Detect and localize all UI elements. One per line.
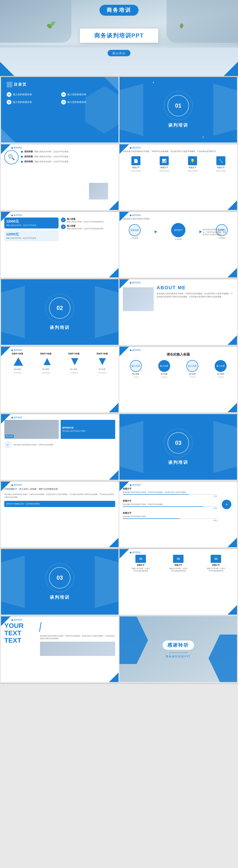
sc-circle-2: 谈判技巧 文字说明 [171,223,185,241]
se-card-2: ✉ 标题文字 请输入文字内容，点击文字可以更改您的内容 [169,555,188,572]
st-corner-tl [1,482,10,491]
toc-header: 目录页 [7,82,113,87]
slide-ratings: 谈判培训 标题文字 请在此输入该页内容的文字描述，字体等可以自由更换，无论是字体… [120,482,237,547]
cover-slide: 商务培训 商务谈判培训PPT 蓝山办公 [0,0,238,76]
se-cards: ✉ 标题文字 请输入文字内容，点击文字可以更改您的内容 ✉ 标题文字 请输入文字… [123,555,234,572]
s2-corner-br [228,200,237,210]
spc-content: 图片说明 谈判培训内容 请在此输入该页内容的文字描述 ✓ 请在此输入该页内容的文… [1,414,118,452]
st-tag-text: 谈判培训 [14,484,22,487]
sc-arrow-1 [155,230,157,233]
se-card-1: ✉ 标题文字 请输入文字内容，点击文字可以更改您的内容 [131,555,150,572]
thanks-badge: 感谢聆听 [163,641,194,650]
toc-corner-bl [1,128,15,143]
am-content: ABOUT ME 请在此输入该页内容的文字描述，字体等可以自由更换，无论是字体大… [120,279,237,314]
sec01-label: 谈判培训 [168,122,188,128]
sti-tag: 谈判培训 [130,349,141,352]
your-text-line2: TEXT [4,629,37,637]
section-03b-slide: 03 谈判培训 [1,549,118,615]
s1-items: 您的标题 请输入您的文本内容，点击文字可以更改 您的标题 请输入您的文本内容，点… [21,150,115,164]
main-title-text: 商务谈判培训PPT [94,32,144,39]
slide-circles: 谈判培训 请在此输入该页内容的文字描述 采购流程 文字说明 谈判技巧 文字说明 … [120,212,237,277]
toc-icon [7,82,12,87]
sec03b-center: 03 谈判培训 [1,549,118,615]
toc-num-1: 01 [7,92,11,97]
spc-corner-br [109,470,118,480]
main-title-card: 商务谈判培训PPT [80,29,158,43]
sc-corner-br [228,268,237,277]
slide-steps: 谈判培训 采购学习标题 采购学习标题 采购学习标题 采购学习标题 输入标题 输入… [1,347,118,412]
sn-tag: 谈判培训 [11,214,22,217]
sr-corner-br [228,538,237,547]
s2-icon-1: 📄 标题文字 内容文字说明 [131,156,141,172]
row-1: 目录页 01 输入您的标题名称 02 输入您的标题名称 03 输入您的标题名称 … [0,77,238,143]
badge-text: 商务培训 [107,7,131,14]
sec03-center: 03 谈判培训 [120,414,237,480]
row-3: 谈判培训 12000元 请输入您的文本内容，点击文字可以更改 12000元 请输… [0,212,238,277]
s1-item2-text: 请输入您的文本内容，点击文字可以更改 [34,155,69,158]
sn-card-1: 12000元 请输入您的文本内容，点击文字可以更改 [4,218,58,228]
title-badge: 商务培训 [100,5,138,16]
sec02-label: 谈判培训 [50,324,70,330]
sn-tag-text: 谈判培训 [14,214,22,217]
toc-text-3: 输入您的标题名称 [13,100,32,104]
ss-tag: 谈判培训 [11,349,22,352]
s1-item3-label: 您的标题 [24,160,33,163]
brand-text: 蓝山办公 [112,52,126,55]
sr-circle-deco: ★ [219,497,234,512]
syt-corner-br [109,673,118,682]
corner-bl [0,62,14,76]
s1-corner-br [109,200,118,210]
toc-slide: 目录页 01 输入您的标题名称 02 输入您的标题名称 03 输入您的标题名称 … [1,77,118,143]
se-tag-text: 谈判培训 [132,551,141,554]
row-7: 谈判培训 在您的团队中，投入迈向二步组建，满怀斗志和激情去拼。 请在此输入该页内… [0,482,238,547]
toc-content: 目录页 01 输入您的标题名称 02 输入您的标题名称 03 输入您的标题名称 … [1,77,118,109]
sn-corner-br [109,268,118,277]
cover-hands-left [0,0,72,43]
s1-tag: 谈判培训 [11,146,22,149]
sc-tag-text: 谈判培训 [132,214,141,217]
toc-text-1: 输入您的标题名称 [13,93,32,96]
st-corner-br [109,538,118,547]
spc-bottom: ✓ 请在此输入该页内容的文字描述，字体等可以自由更换 [4,441,115,448]
sn-desc-2: 请输入您的文本内容，点击文字可以更改 [6,237,57,239]
ss-descs: 文字说明内容 文字说明内容 文字说明内容 文字说明内容 [4,372,115,374]
s1-item2-label: 您的标题 [24,155,33,158]
toc-items: 01 输入您的标题名称 02 输入您的标题名称 03 输入您的标题名称 04 输… [7,92,113,104]
sn-num-1: 12000元 [6,219,57,224]
toc-item-1: 01 输入您的标题名称 [7,92,58,97]
about-me-slide: 谈判培训 ABOUT ME 请在此输入该页内容的文字描述，字体等可以自由更换，无… [120,279,237,345]
slide-content-1: 谈判培训 🔍 您的标题 请输入您的文本内容，点击文字可以更改 您的标题 [1,145,118,210]
sec01-outer-ring [164,91,192,120]
toc-num-4: 04 [61,100,66,104]
toc-num-3: 03 [7,100,11,104]
sti-box-4: 输入内容 输入标题 文字说明 [215,360,227,378]
sn-right: ① 输入标题 请输入您的文本内容，点击文字可以更改您的内容 ② 输入标题 请输入… [61,218,115,230]
separator-10 [0,683,238,684]
ss-titles: 采购学习标题 采购学习标题 采购学习标题 采购学习标题 [4,352,115,355]
slide-numbers: 谈判培训 12000元 请输入您的文本内容，点击文字可以更改 12000元 请输… [1,212,118,277]
sc-tag: 谈判培训 [130,214,141,217]
slide-photo-cards: 谈判培训 图片说明 谈判培训内容 请在此输入该页内容的文字描述 ✓ 请在此输入该… [1,414,118,480]
syt-content: YOUR TEXT TEXT 请在此输入该页内容的文字描述，字体等可以自由更换，… [1,617,118,659]
spc-photo-row: 图片说明 谈判培训内容 请在此输入该页内容的文字描述 [4,420,115,439]
sn-left: 12000元 请输入您的文本内容，点击文字可以更改 12000元 请输入您的文本… [4,218,58,241]
se-card-3: ✉ 标题文字 请输入文字内容，点击文字可以更改您的内容 [206,555,226,572]
am-desc: 请在此输入该页内容的文字描述，字体等可以自由更换，无论是字体大小还是字体颜色，产… [157,292,234,299]
row-6: 谈判培训 图片说明 谈判培训内容 请在此输入该页内容的文字描述 ✓ 请在此输入该… [0,414,238,480]
am-photo [123,287,154,311]
syt-corner-tl [1,617,10,626]
cover-hands-right [167,0,238,43]
section-02-slide: 02 谈判培训 [1,279,118,345]
section-03-slide: 03 谈判培训 [120,414,237,480]
s1-item-3: 您的标题 请输入您的文本内容，点击文字可以更改 [21,160,115,163]
syt-tag-text: 谈判培训 [14,618,22,621]
sr-item-1: 标题文字 请在此输入该页内容的文字描述，字体等可以自由更换，无论是字体大小还是字… [123,487,217,497]
brand-badge: 蓝山办公 [108,50,130,56]
se-corner-tl [120,549,129,559]
sr-content: 标题文字 请在此输入该页内容的文字描述，字体等可以自由更换，无论是字体大小还是字… [120,482,237,525]
toc-num-2: 02 [61,92,66,97]
sr-item-2: 标题文字 请在此输入该页内容的文字描述，字体等可以自由更换 85% [123,499,217,509]
sti-boxes: 输入内容 输入标题 文字说明 输入内容 输入标题 文字说明 输入内容 输入标题 … [123,360,234,378]
corner-br [224,62,238,76]
sn-num-2: 12000元 [6,232,57,237]
